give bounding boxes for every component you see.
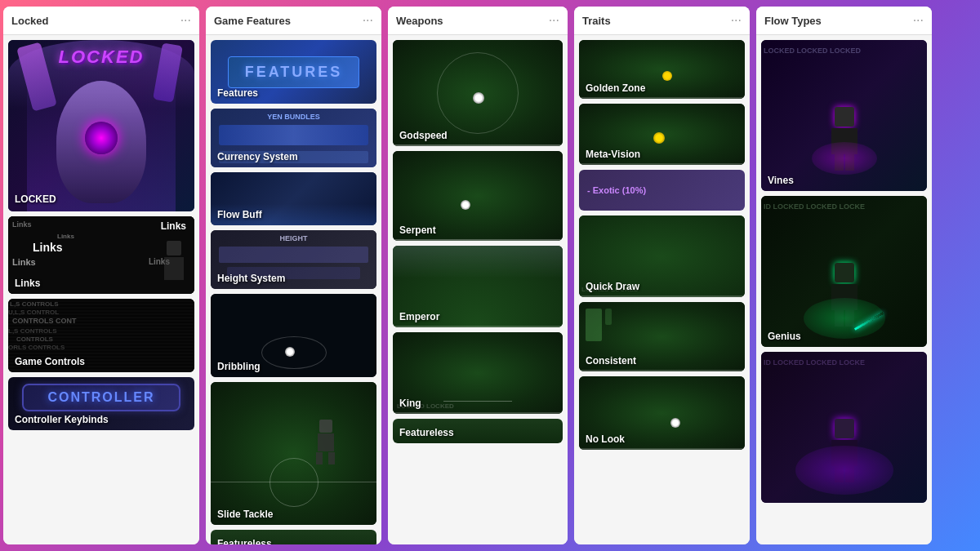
flow-locked-watermark: ID LOCKED LOCKED LOCKE [764,358,865,367]
controls-text-6: ORLS CONTROLS [8,344,65,351]
genius-watermark: ID LOCKED LOCKED LOCKE [764,202,865,211]
card-quick-draw[interactable]: LOCKED LOCKED Quick Draw [579,216,745,297]
card-dribbling[interactable]: Dribbling [211,294,376,377]
card-emperor[interactable]: Emperor [393,246,563,327]
flow-types-column-title: Flow Types [764,15,822,27]
currency-sub-label: YEN BUNDLES [267,113,320,121]
locked-column-menu[interactable]: ··· [180,13,191,28]
flow-buff-label: Flow Buff [217,209,262,220]
height-sub-label: HEIGHT [279,234,307,242]
controls-text-3: CONTROLS CONT [12,317,77,325]
game-controls-label: Game Controls [15,356,85,367]
card-slide-tackle[interactable]: Slide Tackle [211,382,376,525]
featureless-label: Featureless [217,538,272,544]
links-text-1: Links [12,220,32,229]
locked-column-header: Locked ··· [3,7,199,35]
features-column-menu[interactable]: ··· [363,13,373,28]
controls-text-4: L,S CONTROLS [8,327,57,335]
card-height[interactable]: HEIGHT Height System [211,230,376,289]
features-button-text: FEATURES [228,56,360,88]
controls-text-5: CONTROLS [16,335,53,343]
flow-types-column-header: Flow Types ··· [756,7,932,35]
features-column-body: FEATURES Features YEN BUNDLES Currency S… [206,35,381,544]
links-text-4: Links [12,257,36,267]
flow-types-column: Flow Types ··· LOCKED LOCKED LOCKED [756,7,932,544]
flow-types-column-menu[interactable]: ··· [913,13,924,28]
serpent-label: Serpent [399,224,436,236]
king-label: King [399,398,421,409]
card-locked-main[interactable]: LOCKED LOCKED [8,40,194,211]
locked-text-logo: LOCKED [59,47,145,68]
card-king[interactable]: LOCKED LOCKED King [393,332,563,414]
card-vines[interactable]: LOCKED LOCKED LOCKED Vines [761,40,927,191]
traits-column-menu[interactable]: ··· [731,13,742,28]
traits-column-header: Traits ··· [574,7,750,35]
card-serpent[interactable]: Serpent [393,151,563,241]
locked-column-body: LOCKED LOCKED Links Links Links Links Li… [3,35,199,544]
card-meta-vision[interactable]: Meta-Vision [579,104,745,165]
slide-tackle-label: Slide Tackle [217,509,273,520]
locked-column-title: Locked [11,15,49,27]
flow-types-column-body: LOCKED LOCKED LOCKED Vines [756,35,932,544]
card-featureless[interactable]: Featureless [211,530,376,544]
card-controller-keybinds[interactable]: CONTROLLER Controller Keybinds [8,377,194,430]
emperor-label: Emperor [399,311,439,322]
quick-draw-label: Quick Draw [586,281,639,292]
meta-vision-label: Meta-Vision [586,149,640,160]
consistent-label: Consistent [586,355,636,367]
card-currency[interactable]: YEN BUNDLES Currency System [211,109,376,167]
features-column-title: Game Features [214,15,291,27]
weapons-column-title: Weapons [396,15,443,27]
card-links[interactable]: Links Links Links Links Links Links Link… [8,216,194,294]
weapons-column-body: Godspeed Serpent Emperor [388,35,568,544]
weapons-column: Weapons ··· Godspeed Serpent [388,7,568,544]
links-text-2: Links [161,220,186,232]
controls-text-1: L,S CONTROLS [10,300,59,308]
height-card-label: Height System [217,273,285,284]
no-look-label: No Look [586,433,625,445]
traits-column-body: Golden Zone Meta-Vision - Exotic (10%) L… [574,35,750,544]
traits-column-title: Traits [582,15,611,27]
card-godspeed[interactable]: Godspeed [393,40,563,146]
features-column: Game Features ··· FEATURES Features YEN … [206,7,381,544]
exotic-label: - Exotic (10%) [587,185,646,195]
links-text-6: Links [57,233,74,240]
links-text-3: Links [33,241,63,254]
traits-column: Traits ··· Golden Zone Meta-Vision - Exo… [574,7,750,544]
card-flow-buff[interactable]: Flow Buff [211,172,376,225]
card-no-look[interactable]: No Look [579,376,745,450]
vines-label: Vines [768,175,794,186]
locked-column: Locked ··· LOCKED LOCKED [3,7,199,544]
vines-watermark: LOCKED LOCKED LOCKED [764,47,861,55]
controller-keybinds-button: CONTROLLER [22,384,180,411]
dribbling-label: Dribbling [217,361,261,372]
weapons-featureless-label: Featureless [399,427,454,438]
features-card-label: Features [217,87,258,99]
card-exotic[interactable]: - Exotic (10%) [579,170,745,211]
genius-label: Genius [768,331,801,342]
card-game-controls[interactable]: L,S CONTROLS U,L,S CONTROL CONTROLS CONT… [8,299,194,372]
card-consistent[interactable]: Consistent [579,302,745,371]
godspeed-label: Godspeed [399,130,448,141]
controls-text-2: U,L,S CONTROL [8,309,59,316]
card-genius[interactable]: ID LOCKED LOCKED LOCKE Genius [761,196,927,347]
card-features[interactable]: FEATURES Features [211,40,376,104]
golden-zone-label: Golden Zone [586,82,645,94]
currency-card-label: Currency System [217,151,298,162]
features-column-header: Game Features ··· [206,7,381,35]
links-card-label: Links [15,278,40,289]
card-flow-locked[interactable]: ID LOCKED LOCKED LOCKE [761,352,927,503]
weapons-column-menu[interactable]: ··· [549,13,559,28]
controller-keybinds-label: Controller Keybinds [15,414,109,425]
locked-card-label: LOCKED [15,193,56,205]
weapons-column-header: Weapons ··· [388,7,568,35]
card-golden-zone[interactable]: Golden Zone [579,40,745,99]
card-weapons-featureless[interactable]: Featureless [393,419,563,443]
